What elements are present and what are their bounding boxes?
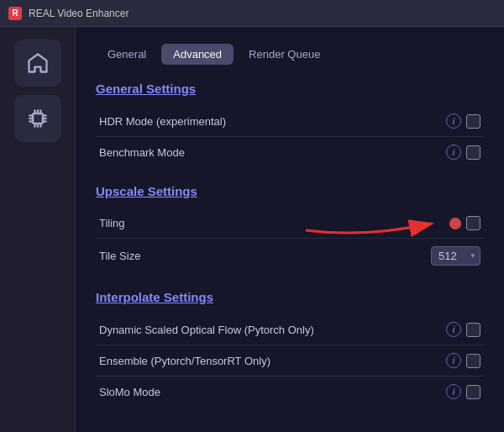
row-dynamic-optical-flow: Dynamic Scaled Optical Flow (Pytorch Onl… [96,314,484,345]
home-icon [26,51,50,75]
slomo-mode-info-icon[interactable]: i [446,384,461,399]
hdr-mode-info-icon[interactable]: i [446,113,461,129]
hdr-mode-controls: i [446,113,480,129]
dynamic-optical-flow-info-icon[interactable]: i [446,322,461,337]
section-general-settings: General Settings HDR Mode (experimental)… [96,82,484,167]
dynamic-optical-flow-checkbox[interactable] [466,323,480,337]
slomo-mode-label: SloMo Mode [99,386,160,398]
hdr-mode-label: HDR Mode (experimental) [99,115,226,128]
tiling-label: Tiling [99,217,125,229]
tiling-controls [449,216,480,230]
benchmark-mode-controls: i [446,145,480,160]
row-slomo-mode: SloMo Mode i [96,377,484,407]
ensemble-controls: i [446,353,480,368]
slomo-mode-controls: i [446,384,480,399]
hdr-mode-checkbox[interactable] [466,114,480,129]
row-tile-size: Tile Size 256 512 1024 [96,239,484,273]
row-hdr-mode: HDR Mode (experimental) i [96,106,484,137]
svg-rect-0 [33,113,43,124]
interpolate-settings-header: Interpolate Settings [96,290,484,304]
tab-advanced[interactable]: Advanced [161,44,234,65]
main-layout: General Advanced Render Queue General Se… [0,27,504,432]
benchmark-mode-label: Benchmark Mode [99,146,185,159]
sidebar-item-chip[interactable] [14,95,61,142]
section-interpolate-settings: Interpolate Settings Dynamic Scaled Opti… [96,290,484,407]
app-icon: R [8,7,22,20]
dynamic-optical-flow-controls: i [446,322,480,337]
content-area: General Advanced Render Queue General Se… [76,27,504,432]
tab-general[interactable]: General [96,44,158,65]
red-arrow-annotation [297,208,465,239]
chip-icon [26,107,50,130]
tabs: General Advanced Render Queue [96,44,484,65]
row-ensemble: Ensemble (Pytorch/TensorRT Only) i [96,345,484,377]
upscale-settings-header: Upscale Settings [96,184,484,198]
tiling-checkbox[interactable] [466,216,480,230]
sidebar [0,27,76,432]
tiling-indicator [449,218,461,229]
sidebar-item-home[interactable] [14,40,61,87]
ensemble-info-icon[interactable]: i [446,353,461,368]
section-upscale-settings: Upscale Settings Tiling [96,184,484,273]
benchmark-mode-info-icon[interactable]: i [446,145,461,160]
general-settings-header: General Settings [96,82,484,96]
ensemble-label: Ensemble (Pytorch/TensorRT Only) [99,355,270,367]
row-benchmark-mode: Benchmark Mode i [96,137,484,167]
dynamic-optical-flow-label: Dynamic Scaled Optical Flow (Pytorch Onl… [99,324,314,336]
row-tiling: Tiling [96,208,484,239]
benchmark-mode-checkbox[interactable] [466,145,480,160]
slomo-mode-checkbox[interactable] [466,385,480,399]
tile-size-dropdown[interactable]: 256 512 1024 [431,246,480,266]
tile-size-controls: 256 512 1024 [431,246,480,266]
tile-size-dropdown-wrapper: 256 512 1024 [431,246,480,266]
tab-render-queue[interactable]: Render Queue [237,44,332,65]
title-bar: R REAL Video Enhancer [0,0,504,27]
ensemble-checkbox[interactable] [466,354,480,368]
tile-size-label: Tile Size [99,250,140,262]
title-bar-text: REAL Video Enhancer [29,8,129,19]
